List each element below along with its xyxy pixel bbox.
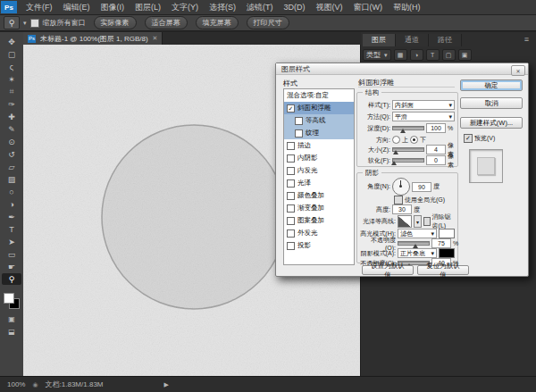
status-menu-arrow-icon[interactable]: ▶ bbox=[164, 381, 169, 388]
contour-checkbox[interactable] bbox=[295, 117, 303, 125]
highlight-opacity-slider[interactable] bbox=[398, 241, 430, 246]
history-brush-tool[interactable]: ↺ bbox=[2, 148, 21, 160]
menu-filter[interactable]: 滤镜(T) bbox=[241, 0, 279, 14]
dodge-tool[interactable]: ◑ bbox=[2, 198, 21, 210]
angle-dial[interactable] bbox=[392, 178, 410, 196]
status-zoom-level[interactable]: 100% bbox=[7, 380, 25, 388]
type-tool[interactable]: T bbox=[2, 223, 21, 235]
size-value[interactable]: 4 bbox=[426, 145, 446, 154]
soften-slider[interactable] bbox=[392, 158, 424, 163]
gloss-contour-caret-icon[interactable]: ▾ bbox=[414, 215, 422, 228]
screen-mode-icon[interactable]: ⬓ bbox=[4, 327, 19, 337]
menu-help[interactable]: 帮助(H) bbox=[388, 0, 426, 14]
style-item-pattern-overlay[interactable]: 图案叠加 bbox=[284, 214, 354, 227]
style-item-outer-glow[interactable]: 外发光 bbox=[284, 227, 354, 239]
size-slider[interactable] bbox=[392, 147, 424, 152]
zoom-tool[interactable]: ⚲ bbox=[2, 273, 21, 285]
blur-tool[interactable]: ○ bbox=[2, 186, 21, 197]
eyedropper-tool[interactable]: ✑ bbox=[2, 98, 21, 110]
actual-pixels-button[interactable]: 实际像素 bbox=[94, 16, 137, 29]
eraser-tool[interactable]: ▱ bbox=[2, 161, 21, 172]
zoom-all-windows-checkbox[interactable] bbox=[30, 19, 39, 28]
altitude-value[interactable]: 30 bbox=[392, 204, 412, 214]
bevel-style-select[interactable]: 内斜面 ▾ bbox=[392, 100, 455, 110]
shadow-mode-select[interactable]: 正片叠底 ▾ bbox=[398, 248, 437, 258]
quick-mask-icon[interactable]: ▣ bbox=[4, 314, 19, 324]
tab-channels[interactable]: 通道 bbox=[396, 34, 429, 46]
path-selection-tool[interactable]: ➤ bbox=[2, 236, 21, 247]
style-item-drop-shadow[interactable]: 投影 bbox=[284, 239, 354, 252]
texture-checkbox[interactable] bbox=[295, 129, 303, 138]
soften-value[interactable]: 0 bbox=[426, 155, 446, 165]
pen-tool[interactable]: ✒ bbox=[2, 211, 21, 222]
depth-slider[interactable] bbox=[392, 126, 424, 130]
dialog-title-bar[interactable]: 图层样式 bbox=[276, 63, 528, 75]
new-style-button[interactable]: 新建样式(W)... bbox=[460, 117, 523, 129]
highlight-opacity-value[interactable]: 75 bbox=[431, 238, 451, 248]
menu-image[interactable]: 图像(I) bbox=[96, 0, 130, 14]
filter-type-icon[interactable]: T bbox=[426, 49, 440, 61]
tab-close-icon[interactable]: ✕ bbox=[153, 35, 158, 42]
style-item-gradient-overlay[interactable]: 渐变叠加 bbox=[284, 202, 354, 214]
highlight-color-swatch[interactable] bbox=[439, 229, 455, 238]
depth-value[interactable]: 100 bbox=[426, 123, 446, 133]
hand-tool[interactable]: ☛ bbox=[2, 261, 21, 272]
style-item-stroke[interactable]: 描边 bbox=[284, 139, 354, 152]
style-item-color-overlay[interactable]: 颜色叠加 bbox=[284, 189, 354, 202]
menu-layer[interactable]: 图层(L) bbox=[130, 0, 166, 14]
filter-adjustment-icon[interactable]: ◑ bbox=[410, 49, 423, 61]
menu-file[interactable]: 文件(F) bbox=[21, 0, 58, 14]
marquee-tool[interactable]: ▢ bbox=[2, 48, 21, 60]
fit-screen-button[interactable]: 适合屏幕 bbox=[145, 16, 188, 29]
document-tab[interactable]: Ps 未标题-1 @ 100%(图层 1, RGB/8) ✕ bbox=[23, 32, 163, 45]
tab-layers[interactable]: 图层 bbox=[363, 34, 396, 46]
bevel-emboss-checkbox[interactable]: ✓ bbox=[287, 104, 295, 113]
gloss-contour-thumbnail[interactable] bbox=[398, 215, 412, 228]
panel-menu-icon[interactable]: ≡ bbox=[524, 35, 529, 44]
satin-checkbox[interactable] bbox=[287, 179, 295, 188]
set-default-button[interactable]: 设置为默认值 bbox=[362, 265, 414, 275]
move-tool[interactable]: ✥ bbox=[2, 36, 21, 47]
menu-3d[interactable]: 3D(D) bbox=[279, 0, 311, 14]
menu-type[interactable]: 文字(Y) bbox=[166, 0, 204, 14]
filter-pixel-icon[interactable]: ▦ bbox=[394, 49, 407, 61]
style-item-inner-glow[interactable]: 内发光 bbox=[284, 164, 354, 177]
technique-select[interactable]: 平滑 ▾ bbox=[392, 112, 455, 121]
highlight-mode-select[interactable]: 滤色 ▾ bbox=[398, 229, 437, 238]
gradient-overlay-checkbox[interactable] bbox=[287, 204, 295, 213]
dialog-close-button[interactable]: ✕ bbox=[511, 65, 525, 76]
fill-screen-button[interactable]: 填充屏幕 bbox=[196, 16, 239, 29]
clone-stamp-tool[interactable]: ⊙ bbox=[2, 136, 21, 147]
preview-checkbox[interactable]: ✓ bbox=[464, 134, 473, 143]
outer-glow-checkbox[interactable] bbox=[287, 229, 295, 238]
stroke-checkbox[interactable] bbox=[287, 142, 295, 150]
menu-window[interactable]: 窗口(W) bbox=[348, 0, 389, 14]
print-size-button[interactable]: 打印尺寸 bbox=[247, 16, 289, 29]
anti-alias-checkbox[interactable] bbox=[423, 217, 431, 226]
color-overlay-checkbox[interactable] bbox=[287, 192, 295, 200]
filter-kind-select[interactable]: 类型 ▾ bbox=[363, 49, 391, 61]
drop-shadow-checkbox[interactable] bbox=[287, 242, 295, 250]
zoom-tool-icon[interactable]: ⚲ bbox=[4, 16, 20, 29]
lasso-tool[interactable]: ς bbox=[2, 61, 21, 72]
menu-edit[interactable]: 编辑(E) bbox=[58, 0, 96, 14]
menu-select[interactable]: 选择(S) bbox=[204, 0, 241, 14]
brush-tool[interactable]: ✎ bbox=[2, 123, 21, 135]
tab-paths[interactable]: 路径 bbox=[429, 34, 462, 46]
global-light-checkbox[interactable] bbox=[394, 196, 403, 204]
gradient-tool[interactable]: ▨ bbox=[2, 173, 21, 185]
inner-glow-checkbox[interactable] bbox=[287, 167, 295, 175]
style-item-satin[interactable]: 光泽 bbox=[284, 177, 354, 189]
cancel-button[interactable]: 取消 bbox=[460, 97, 523, 109]
ok-button[interactable]: 确定 bbox=[460, 79, 523, 91]
magic-wand-tool[interactable]: ✶ bbox=[2, 73, 21, 85]
style-item-blending-options[interactable]: 混合选项:自定 bbox=[284, 89, 354, 102]
style-item-inner-shadow[interactable]: 内阴影 bbox=[284, 152, 354, 164]
healing-brush-tool[interactable]: ✚ bbox=[2, 111, 21, 122]
shape-tool[interactable]: ▭ bbox=[2, 248, 21, 260]
angle-value[interactable]: 90 bbox=[412, 182, 431, 192]
filter-smart-icon[interactable]: ▣ bbox=[458, 49, 472, 61]
menu-view[interactable]: 视图(V) bbox=[311, 0, 348, 14]
filter-shape-icon[interactable]: ▢ bbox=[442, 49, 456, 61]
style-item-texture[interactable]: 纹理 bbox=[284, 127, 354, 139]
